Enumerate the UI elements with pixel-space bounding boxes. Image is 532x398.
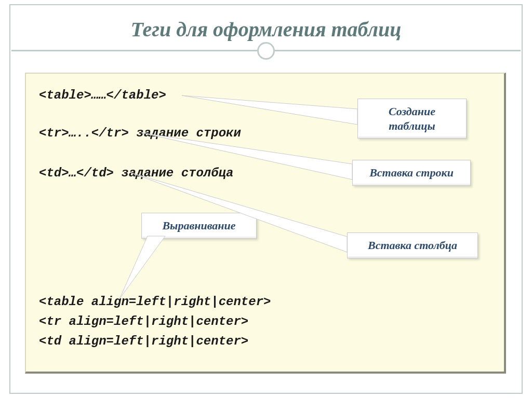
title-circle-decoration <box>257 42 275 60</box>
callout-alignment: Выравнивание <box>141 213 257 239</box>
code-line-tr-align: <tr align=left|right|center> <box>39 314 248 328</box>
code-line-td: <td>…</td> задание столбца <box>39 166 233 180</box>
callout-create-table: Создание таблицы <box>357 99 467 139</box>
code-line-td-align: <td align=left|right|center> <box>39 334 248 348</box>
code-line-table: <table>……</table> <box>39 88 166 102</box>
slide-title: Теги для оформления таблиц <box>31 17 501 42</box>
callout-insert-column: Вставка столбца <box>347 232 478 258</box>
code-line-table-align: <table align=left|right|center> <box>39 295 271 309</box>
code-line-tr: <tr>…..</tr> задание строки <box>39 126 241 140</box>
callout-insert-row: Вставка строки <box>352 160 471 186</box>
